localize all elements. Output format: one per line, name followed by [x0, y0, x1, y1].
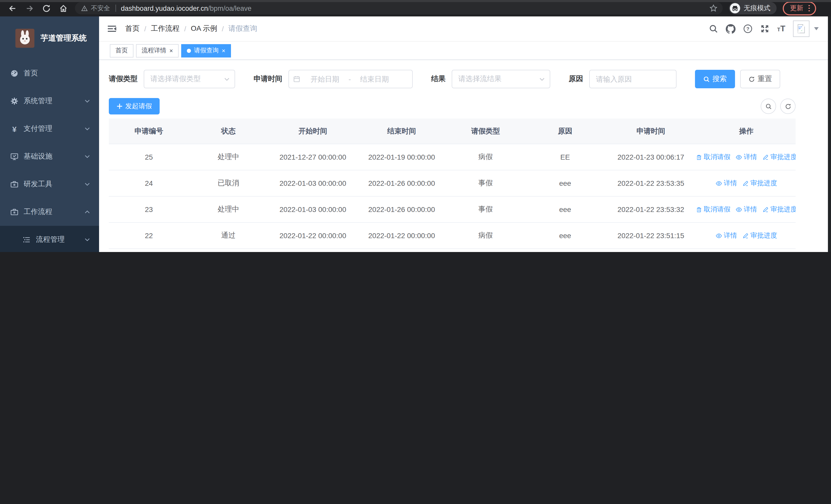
- action-detail-link[interactable]: 详情: [736, 205, 757, 214]
- breadcrumb-separator: /: [184, 25, 186, 33]
- cell: 已取消: [189, 170, 268, 196]
- sidebar-item-devtools[interactable]: 研发工具: [0, 170, 99, 198]
- sidebar-item-infrastructure[interactable]: 基础设施: [0, 143, 99, 170]
- cell: 2022-01-22 00:00:00: [268, 249, 358, 252]
- leave-type-label: 请假类型: [109, 75, 138, 84]
- sidebar-item-workflow[interactable]: 工作流程: [0, 198, 99, 226]
- cell: 24: [109, 170, 189, 196]
- action-progress-link[interactable]: 审批进度: [742, 231, 777, 240]
- chevron-down-icon: [85, 99, 90, 102]
- cell: 2022-01-22 23:49:46: [605, 249, 697, 252]
- warning-icon: [81, 5, 88, 11]
- leave-type-select[interactable]: 请选择请假类型: [144, 70, 235, 88]
- url-path[interactable]: /bpm/oa/leave: [208, 4, 252, 12]
- sidebar-menu: 首页系统管理¥支付管理基础设施研发工具工作流程流程管理任务管理我的流程待办任务已…: [0, 60, 99, 252]
- action-detail-link[interactable]: 详情: [716, 179, 737, 188]
- action-progress-link[interactable]: 审批进度: [742, 179, 777, 188]
- forward-icon[interactable]: [25, 4, 34, 13]
- gear-icon: [10, 97, 19, 105]
- security-label[interactable]: 不安全: [91, 4, 110, 12]
- pen-icon: [742, 180, 749, 186]
- action-detail-link[interactable]: 详情: [716, 231, 737, 240]
- hamburger-icon[interactable]: [107, 24, 117, 34]
- chevron-down-icon[interactable]: [814, 27, 819, 30]
- fullscreen-icon[interactable]: [760, 24, 769, 33]
- result-select[interactable]: 请选择流结果: [452, 70, 550, 88]
- reason-input[interactable]: [589, 70, 677, 88]
- avatar[interactable]: [793, 21, 809, 37]
- github-icon[interactable]: [726, 24, 736, 34]
- incognito-badge: 无痕模式: [729, 2, 777, 14]
- result-placeholder: 请选择流结果: [458, 75, 540, 84]
- tab-label: 请假查询: [194, 46, 219, 55]
- cell: 2022-01-26 00:00:00: [358, 170, 446, 196]
- toggle-search-button[interactable]: [761, 98, 776, 114]
- update-button[interactable]: 更新: [783, 1, 816, 15]
- font-size-icon[interactable]: TT: [777, 24, 785, 33]
- end-date-input[interactable]: [352, 75, 397, 84]
- sidebar-item-system[interactable]: 系统管理: [0, 87, 99, 115]
- search-button[interactable]: 搜索: [695, 70, 735, 88]
- breadcrumb-oa-example[interactable]: OA 示例: [191, 24, 218, 33]
- bookmark-star-icon[interactable]: [709, 4, 718, 12]
- actions-cell: 详情审批进度: [697, 170, 796, 196]
- action-label: 详情: [744, 152, 757, 162]
- start-date-input[interactable]: [302, 75, 347, 84]
- logo-row[interactable]: 芋道管理系统: [0, 17, 99, 60]
- tab-请假查询[interactable]: 请假查询×: [181, 44, 231, 57]
- create-leave-button[interactable]: 发起请假: [109, 98, 160, 114]
- column-header: 状态: [189, 119, 268, 144]
- sidebar-item-home[interactable]: 首页: [0, 60, 99, 87]
- search-icon[interactable]: [709, 24, 718, 33]
- action-progress-link[interactable]: 审批进度: [762, 205, 796, 214]
- plus-icon: [116, 103, 123, 109]
- browser-menu-icon[interactable]: [808, 5, 810, 11]
- trash-icon: [697, 206, 702, 213]
- cell: 处理中: [189, 249, 268, 252]
- close-icon[interactable]: ×: [169, 48, 173, 54]
- sidebar-item-process-mgmt[interactable]: 流程管理: [0, 226, 99, 252]
- column-header: 申请编号: [109, 119, 189, 144]
- breadcrumb-workflow[interactable]: 工作流程: [151, 24, 180, 33]
- action-progress-link[interactable]: 审批进度: [762, 152, 796, 162]
- actions-cell: 取消请假详情审批进度: [697, 144, 796, 170]
- cell: eee: [525, 170, 605, 196]
- breadcrumb-home[interactable]: 首页: [125, 24, 140, 33]
- pen-icon: [742, 232, 749, 239]
- search-icon: [703, 76, 710, 82]
- calendar-icon: [293, 76, 300, 83]
- close-icon[interactable]: ×: [222, 48, 225, 54]
- action-cancel-link[interactable]: 取消请假: [697, 205, 730, 214]
- refresh-table-button[interactable]: [780, 98, 796, 114]
- toolbox-icon: [10, 208, 19, 216]
- table-row: 22通过2022-01-22 00:00:002022-01-22 00:00:…: [109, 223, 796, 249]
- help-icon[interactable]: ?: [743, 24, 752, 33]
- back-icon[interactable]: [8, 4, 17, 13]
- column-header: 申请时间: [605, 119, 697, 144]
- table-row: 23处理中2022-01-03 00:00:002022-01-26 00:00…: [109, 196, 796, 223]
- column-header: 结束时间: [358, 119, 446, 144]
- action-label: 审批进度: [750, 231, 777, 240]
- sidebar-item-label: 研发工具: [24, 180, 52, 189]
- update-label[interactable]: 更新: [790, 4, 803, 13]
- sidebar-item-label: 首页: [24, 69, 38, 78]
- url-host[interactable]: dashboard.yudao.iocoder.cn: [121, 4, 208, 12]
- action-detail-link[interactable]: 详情: [736, 152, 757, 162]
- tab-首页[interactable]: 首页: [110, 44, 134, 57]
- action-cancel-link[interactable]: 取消请假: [697, 152, 730, 162]
- tab-流程详情[interactable]: 流程详情×: [136, 44, 179, 57]
- cell: 2021-12-27 00:00:00: [268, 144, 358, 170]
- home-icon[interactable]: [58, 4, 68, 13]
- url-bar[interactable]: 不安全 dashboard.yudao.iocoder.cn /bpm/oa/l…: [75, 2, 723, 14]
- url-divider: [115, 5, 116, 12]
- monitor-icon: [10, 152, 19, 161]
- reset-button[interactable]: 重置: [740, 70, 780, 88]
- apply-time-range[interactable]: -: [288, 70, 413, 88]
- page-scrollbar[interactable]: [828, 17, 831, 252]
- create-leave-label: 发起请假: [125, 101, 152, 111]
- chevron-up-icon: [85, 210, 90, 213]
- reload-icon[interactable]: [41, 4, 51, 13]
- filter-form: 请假类型 请选择请假类型 申请时间 -: [109, 70, 796, 88]
- cell: 事假: [446, 196, 525, 223]
- sidebar-item-payment[interactable]: ¥支付管理: [0, 115, 99, 143]
